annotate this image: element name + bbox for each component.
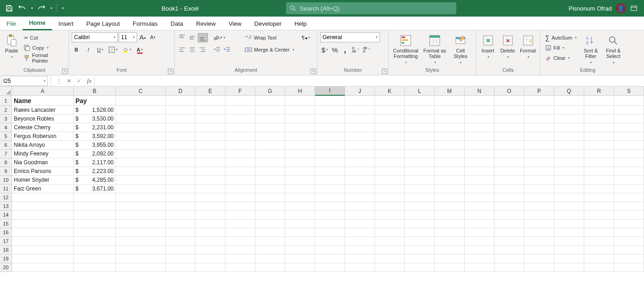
cell-C17[interactable] (116, 237, 166, 246)
cell-G2[interactable] (255, 106, 285, 115)
cell-B7[interactable]: $2,092.00 (74, 150, 116, 158)
cell-P15[interactable] (524, 219, 554, 228)
cell-K1[interactable] (375, 96, 405, 106)
cell-S5[interactable] (614, 132, 644, 141)
cell-H18[interactable] (285, 246, 315, 254)
cell-D3[interactable] (166, 115, 196, 123)
cell-K17[interactable] (375, 237, 405, 246)
borders-button[interactable]: ▾ (108, 45, 119, 54)
cell-I10[interactable] (315, 176, 345, 185)
cell-N3[interactable] (465, 115, 494, 123)
cell-D17[interactable] (166, 237, 196, 246)
cell-Q12[interactable] (554, 193, 584, 202)
decrease-decimal-button[interactable]: .00.0 (362, 45, 372, 54)
cell-H2[interactable] (285, 106, 315, 115)
cell-K16[interactable] (375, 228, 405, 237)
cell-L11[interactable] (405, 185, 435, 193)
cell-C13[interactable] (116, 202, 166, 211)
column-header-M[interactable]: M (435, 87, 465, 96)
cell-A14[interactable] (12, 211, 74, 219)
cell-B17[interactable] (74, 237, 116, 246)
cell-A20[interactable] (12, 263, 74, 272)
format-painter-button[interactable]: Format Painter (22, 53, 66, 63)
row-header-10[interactable]: 10 (0, 176, 12, 185)
cell-E12[interactable] (196, 193, 225, 202)
cell-N4[interactable] (465, 123, 494, 132)
cell-R5[interactable] (584, 132, 614, 141)
column-header-G[interactable]: G (255, 87, 285, 96)
cell-F16[interactable] (225, 228, 255, 237)
cell-H3[interactable] (285, 115, 315, 123)
column-header-N[interactable]: N (465, 87, 494, 96)
cell-S18[interactable] (614, 246, 644, 254)
fx-icon[interactable]: fx (84, 76, 94, 86)
cell-F3[interactable] (225, 115, 255, 123)
cell-C5[interactable] (116, 132, 166, 141)
cell-R15[interactable] (584, 219, 614, 228)
cell-A6[interactable]: Nikita Arroyo (12, 141, 74, 150)
cell-O16[interactable] (494, 228, 524, 237)
cell-R1[interactable] (584, 96, 614, 106)
dots-icon[interactable]: ⋮ (54, 76, 64, 86)
cell-L4[interactable] (405, 123, 435, 132)
cell-P13[interactable] (524, 202, 554, 211)
find-select-button[interactable]: Find & Select▾ (603, 32, 624, 65)
cell-D14[interactable] (166, 211, 196, 219)
cell-C12[interactable] (116, 193, 166, 202)
cell-I5[interactable] (315, 132, 345, 141)
cell-M18[interactable] (435, 246, 465, 254)
cell-R2[interactable] (584, 106, 614, 115)
column-header-O[interactable]: O (494, 87, 524, 96)
cell-R18[interactable] (584, 246, 614, 254)
cell-P19[interactable] (524, 254, 554, 263)
cell-H16[interactable] (285, 228, 315, 237)
cell-F12[interactable] (225, 193, 255, 202)
cell-H19[interactable] (285, 254, 315, 263)
cell-B3[interactable]: $3,530.00 (74, 115, 116, 123)
cell-R14[interactable] (584, 211, 614, 219)
cell-H10[interactable] (285, 176, 315, 185)
cell-I13[interactable] (315, 202, 345, 211)
cell-Q4[interactable] (554, 123, 584, 132)
cell-P6[interactable] (524, 141, 554, 150)
cell-S4[interactable] (614, 123, 644, 132)
tab-page-layout[interactable]: Page Layout (80, 17, 126, 30)
cell-D19[interactable] (166, 254, 196, 263)
cell-J16[interactable] (345, 228, 375, 237)
cell-C20[interactable] (116, 263, 166, 272)
cell-J19[interactable] (345, 254, 375, 263)
font-size-select[interactable]: 11▾ (119, 32, 137, 42)
cell-P1[interactable] (524, 96, 554, 106)
cell-B15[interactable] (74, 219, 116, 228)
row-header-3[interactable]: 3 (0, 115, 12, 123)
cell-N15[interactable] (465, 219, 494, 228)
cell-K5[interactable] (375, 132, 405, 141)
cell-A13[interactable] (12, 202, 74, 211)
insert-cells-button[interactable]: Insert▾ (479, 32, 497, 60)
cell-Q20[interactable] (554, 263, 584, 272)
cell-E7[interactable] (196, 150, 225, 158)
rtl-button[interactable]: ¶◂▾ (301, 33, 311, 42)
cell-Q1[interactable] (554, 96, 584, 106)
cell-styles-button[interactable]: Cell Styles▾ (449, 32, 472, 65)
fill-color-button[interactable]: ▾ (121, 45, 132, 54)
cell-J1[interactable] (345, 96, 375, 106)
cell-J17[interactable] (345, 237, 375, 246)
cell-F15[interactable] (225, 219, 255, 228)
cell-K15[interactable] (375, 219, 405, 228)
cell-D13[interactable] (166, 202, 196, 211)
cell-M14[interactable] (435, 211, 465, 219)
cell-A19[interactable] (12, 254, 74, 263)
tab-insert[interactable]: Insert (52, 17, 80, 30)
cell-Q5[interactable] (554, 132, 584, 141)
cell-R13[interactable] (584, 202, 614, 211)
cell-O4[interactable] (494, 123, 524, 132)
cell-M19[interactable] (435, 254, 465, 263)
cell-M15[interactable] (435, 219, 465, 228)
dialog-launcher[interactable]: ⤡ (382, 69, 387, 74)
cell-G17[interactable] (255, 237, 285, 246)
cell-A4[interactable]: Celeste Cherry (12, 123, 74, 132)
column-header-A[interactable]: A (12, 87, 74, 96)
cell-K11[interactable] (375, 185, 405, 193)
column-header-H[interactable]: H (285, 87, 315, 96)
